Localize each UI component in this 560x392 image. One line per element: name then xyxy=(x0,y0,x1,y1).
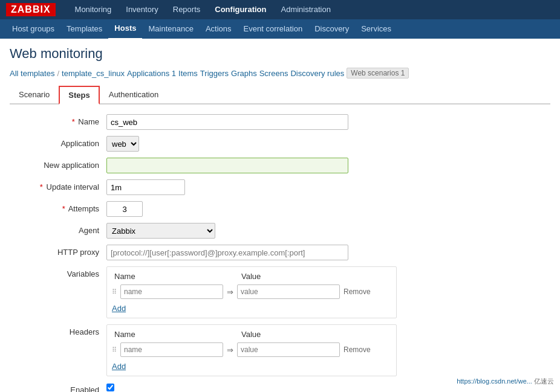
breadcrumb-all-templates[interactable]: All templates xyxy=(10,69,54,78)
agent-field: Zabbix xyxy=(106,223,445,239)
page-content: Web monitoring All templates / template_… xyxy=(0,39,560,392)
variables-row: Variables Name Value ⠿ ⇒ Remove Add xyxy=(10,266,445,318)
tab-steps[interactable]: Steps xyxy=(59,86,99,104)
top-navigation: ZABBIX Monitoring Inventory Reports Conf… xyxy=(0,0,560,19)
enabled-row: Enabled xyxy=(10,382,445,392)
new-application-field xyxy=(106,158,445,173)
footer: https://blog.csdn.net/we... 亿速云 xyxy=(457,377,554,386)
breadcrumb-screens[interactable]: Screens xyxy=(259,69,288,78)
enabled-label: Enabled xyxy=(10,382,106,392)
new-application-label: New application xyxy=(10,158,106,170)
http-proxy-input[interactable] xyxy=(106,245,348,260)
variables-add-link[interactable]: Add xyxy=(112,304,126,313)
variables-field: Name Value ⠿ ⇒ Remove Add xyxy=(106,266,445,318)
name-field xyxy=(106,114,445,130)
breadcrumb-applications[interactable]: Applications 1 xyxy=(127,69,176,78)
application-field: web xyxy=(106,136,445,152)
headers-drag-handle[interactable]: ⠿ xyxy=(112,346,117,354)
name-label: * Name xyxy=(10,114,106,126)
headers-equals: ⇒ xyxy=(227,345,233,355)
update-interval-input[interactable] xyxy=(106,179,185,195)
headers-value-header: Value xyxy=(232,330,343,339)
breadcrumb-template[interactable]: template_cs_linux xyxy=(62,69,125,78)
new-application-input[interactable] xyxy=(106,158,348,173)
name-required-marker: * xyxy=(72,117,75,126)
second-navigation: Host groups Templates Hosts Maintenance … xyxy=(0,19,560,39)
breadcrumb-discovery-rules[interactable]: Discovery rules xyxy=(290,69,344,78)
attempts-label: * Attempts xyxy=(10,201,106,213)
nav-event-correlation[interactable]: Event correlation xyxy=(238,19,309,39)
footer-url: https://blog.csdn.net/we... xyxy=(457,378,532,385)
agent-select[interactable]: Zabbix xyxy=(106,223,215,239)
tab-bar: Scenario Steps Authentication xyxy=(10,86,550,104)
headers-value-input[interactable] xyxy=(237,342,340,357)
nav-inventory[interactable]: Inventory xyxy=(119,0,165,19)
update-interval-field xyxy=(106,179,445,195)
application-label: Application xyxy=(10,136,106,148)
headers-label: Headers xyxy=(10,324,106,336)
update-interval-row: * Update interval xyxy=(10,179,445,195)
breadcrumb-web-scenarios[interactable]: Web scenarios 1 xyxy=(347,68,409,79)
headers-row: Headers Name Value ⠿ ⇒ Remove Add xyxy=(10,324,445,376)
name-input[interactable] xyxy=(106,114,348,130)
update-interval-label: * Update interval xyxy=(10,179,106,191)
breadcrumb-graphs[interactable]: Graphs xyxy=(231,69,257,78)
agent-label: Agent xyxy=(10,223,106,235)
enabled-field xyxy=(106,384,445,392)
nav-monitoring[interactable]: Monitoring xyxy=(68,0,119,19)
breadcrumb-triggers[interactable]: Triggers xyxy=(200,69,229,78)
nav-templates[interactable]: Templates xyxy=(60,19,108,39)
agent-row: Agent Zabbix xyxy=(10,223,445,239)
variables-header: Name Value xyxy=(112,272,391,281)
tab-authentication[interactable]: Authentication xyxy=(100,86,168,104)
nav-host-groups[interactable]: Host groups xyxy=(6,19,60,39)
attempts-input[interactable] xyxy=(106,201,143,217)
variables-name-header: Name xyxy=(112,272,227,281)
new-application-row: New application xyxy=(10,158,445,173)
headers-name-header: Name xyxy=(112,330,227,339)
breadcrumb-items[interactable]: Items xyxy=(178,69,198,78)
nav-maintenance[interactable]: Maintenance xyxy=(142,19,199,39)
nav-reports[interactable]: Reports xyxy=(166,0,208,19)
headers-name-input[interactable] xyxy=(120,342,223,357)
page-title: Web monitoring xyxy=(10,46,550,62)
nav-actions[interactable]: Actions xyxy=(200,19,238,39)
nav-administration[interactable]: Administration xyxy=(274,0,338,19)
variables-equals: ⇒ xyxy=(227,288,233,297)
http-proxy-label: HTTP proxy xyxy=(10,245,106,257)
variables-name-input[interactable] xyxy=(120,284,223,299)
headers-field: Name Value ⠿ ⇒ Remove Add xyxy=(106,324,445,376)
footer-logo: 亿速云 xyxy=(534,378,554,385)
variables-value-input[interactable] xyxy=(237,284,340,299)
http-proxy-field xyxy=(106,245,445,260)
application-row: Application web xyxy=(10,136,445,152)
variables-drag-handle[interactable]: ⠿ xyxy=(112,288,117,296)
headers-add-link[interactable]: Add xyxy=(112,362,126,371)
breadcrumb-separator-1: / xyxy=(57,69,59,78)
name-row: * Name xyxy=(10,114,445,130)
nav-hosts[interactable]: Hosts xyxy=(108,19,142,39)
attempts-field xyxy=(106,201,445,217)
breadcrumb: All templates / template_cs_linux Applic… xyxy=(10,68,550,79)
nav-configuration[interactable]: Configuration xyxy=(207,0,273,19)
variables-label: Variables xyxy=(10,266,106,278)
variables-remove-button[interactable]: Remove xyxy=(343,288,371,296)
variables-table: Name Value ⠿ ⇒ Remove Add xyxy=(106,266,397,318)
headers-row-1: ⠿ ⇒ Remove xyxy=(112,342,391,357)
headers-remove-button[interactable]: Remove xyxy=(343,345,371,354)
tab-scenario[interactable]: Scenario xyxy=(10,86,59,104)
application-select[interactable]: web xyxy=(106,136,139,152)
headers-header: Name Value xyxy=(112,330,391,339)
enabled-checkbox[interactable] xyxy=(106,384,114,391)
attempts-required-marker: * xyxy=(62,204,65,213)
attempts-row: * Attempts xyxy=(10,201,445,217)
nav-discovery[interactable]: Discovery xyxy=(308,19,355,39)
web-monitoring-form: * Name Application web New application xyxy=(10,114,445,392)
nav-services[interactable]: Services xyxy=(355,19,397,39)
headers-table: Name Value ⠿ ⇒ Remove Add xyxy=(106,324,397,376)
zabbix-logo: ZABBIX xyxy=(6,3,56,16)
variables-value-header: Value xyxy=(232,272,343,281)
http-proxy-row: HTTP proxy xyxy=(10,245,445,260)
variables-row-1: ⠿ ⇒ Remove xyxy=(112,284,391,299)
update-interval-required-marker: * xyxy=(40,182,43,191)
